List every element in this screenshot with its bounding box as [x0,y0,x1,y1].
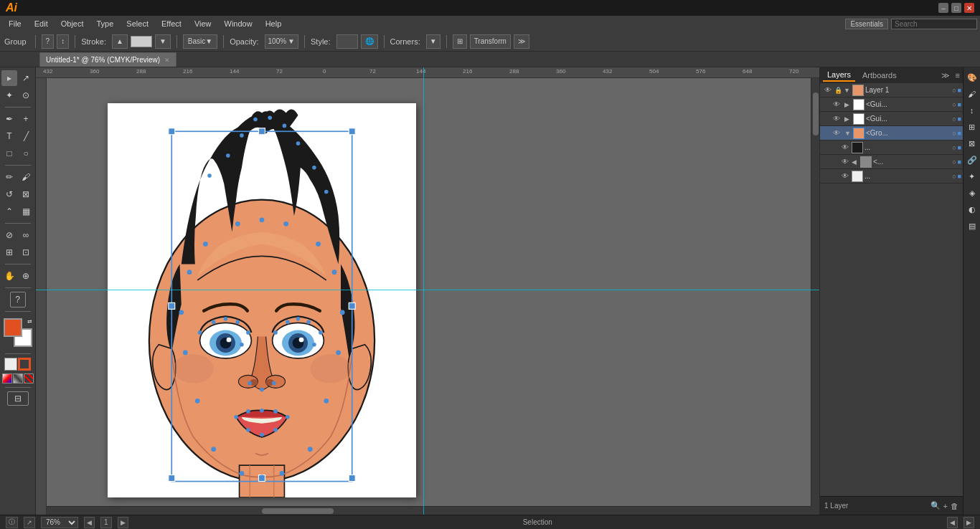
color-panel-btn[interactable]: 🎨 [965,70,979,85]
status-right-btn[interactable]: ▶ [963,517,974,528]
rect-tool-btn[interactable]: □ [1,146,17,161]
layer-row-2[interactable]: 👁 ▶ <Gui... ○ ■ [820,97,963,112]
none-fill-btn[interactable] [24,373,34,383]
layer-select-2[interactable]: ■ [958,101,961,108]
layer-target-4[interactable]: ○ [952,130,956,137]
rotate-tool-btn[interactable]: ↺ [1,186,17,202]
eyedropper-tool-btn[interactable]: ⊘ [1,227,17,243]
layer-expand-6[interactable]: ◀ [852,158,859,166]
layer-visibility-4[interactable]: 👁 [831,128,842,138]
transform-btn[interactable]: Transform [470,34,511,49]
zoom-select[interactable]: 76% 100% 50% [41,517,78,528]
artboard-tool-btn[interactable]: ⊞ [1,244,17,260]
panel-expand-icon[interactable]: ≫ [941,71,950,80]
horizontal-scrollbar[interactable] [47,506,811,515]
direct-selection-tool-btn[interactable]: ↗ [18,70,34,86]
search-input[interactable] [891,19,977,29]
delete-layer-btn[interactable]: 🗑 [951,502,958,510]
opacity-control[interactable]: 100% ▼ [265,34,298,49]
pencil-tool-btn[interactable]: ✏ [1,169,17,185]
add-anchor-btn[interactable]: + [18,111,34,127]
layer-target-7[interactable]: ○ [952,173,956,180]
menu-effect[interactable]: Effect [156,18,187,29]
tab-layers[interactable]: Layers [823,69,855,82]
menu-type[interactable]: Type [91,18,120,29]
layer-target-3[interactable]: ○ [952,115,956,123]
foreground-color-swatch[interactable] [4,318,22,337]
layer-row-4[interactable]: 👁 ▼ <Gro... ○ ■ [820,126,963,140]
layer-expand-1[interactable]: ▼ [844,87,851,94]
stroke-down-btn[interactable]: ▼ [155,34,171,49]
nav-prev-btn[interactable]: ◀ [84,517,95,528]
close-button[interactable]: ✕ [964,3,974,13]
layer-select-7[interactable]: ■ [958,173,961,180]
hand-tool-btn[interactable]: ✋ [1,268,17,284]
status-info-btn[interactable]: ⓘ [6,517,18,528]
menu-window[interactable]: Window [219,18,258,29]
warp-tool-btn[interactable]: ⌃ [1,204,17,219]
align-btn[interactable]: ⊞ [453,34,467,49]
layers-btn[interactable]: ▤ [965,219,979,233]
magic-wand-tool-btn[interactable]: ✦ [1,87,17,103]
nav-next-btn[interactable]: ▶ [118,517,128,528]
tab-artboards[interactable]: Artboards [858,70,901,81]
zoom-tool-btn[interactable]: ⊕ [18,268,34,284]
layer-row-7[interactable]: 👁 ... ○ ■ [820,169,963,184]
vertical-scrollbar[interactable] [811,78,819,506]
layer-expand-2[interactable]: ▶ [844,101,852,108]
graphic-styles-btn[interactable]: ◈ [965,186,979,200]
appearance-btn[interactable]: ◐ [965,202,979,216]
layer-visibility-6[interactable]: 👁 [840,157,850,167]
menu-edit[interactable]: Edit [29,18,54,29]
brush-dropdown[interactable]: Basic ▼ [183,34,217,49]
scroll-thumb-horizontal[interactable] [262,508,334,514]
blend-tool-btn[interactable]: ∞ [18,227,34,243]
style-globe-btn[interactable]: 🌐 [361,34,378,49]
layer-select-5[interactable]: ■ [958,144,961,151]
brush-tool-btn[interactable]: 🖌 [18,169,34,185]
status-arrow-btn[interactable]: ↗ [24,517,35,528]
slice-tool-btn[interactable]: ⊡ [18,244,34,260]
menu-select[interactable]: Select [121,18,154,29]
layer-select-4[interactable]: ■ [958,130,961,137]
search-layers-btn[interactable]: 🔍 [930,501,941,510]
status-left-btn[interactable]: ◀ [947,517,958,528]
type-tool-btn[interactable]: T [1,128,17,144]
lasso-tool-btn[interactable]: ⊙ [18,87,34,103]
layer-select-6[interactable]: ■ [958,158,961,166]
style-swatch[interactable] [336,34,358,49]
symbol-btn[interactable]: ✦ [965,169,979,184]
maximize-button[interactable]: □ [951,3,961,13]
scroll-thumb-vertical[interactable] [813,92,819,135]
tab-close-icon[interactable]: ✕ [164,57,170,64]
links-btn[interactable]: 🔗 [965,153,979,167]
layer-select-1[interactable]: ■ [958,87,961,94]
layer-row-3[interactable]: 👁 ▶ <Gui... ○ ■ [820,112,963,126]
pen-tool-btn[interactable]: ✒ [1,111,17,127]
panel-menu-icon[interactable]: ≡ [956,71,960,80]
bar-chart-btn[interactable]: ▦ [18,204,34,219]
color-fill-btn[interactable] [2,373,12,383]
layer-visibility-1[interactable]: 👁 [823,85,833,95]
menu-view[interactable]: View [189,18,217,29]
pathfinder-btn[interactable]: ⊠ [965,136,979,151]
menu-object[interactable]: Object [55,18,90,29]
menu-file[interactable]: File [3,18,27,29]
layer-row-1[interactable]: 👁 🔒 ▼ Layer 1 ○ ■ [820,83,963,97]
canvas-area[interactable]: 432 360 288 216 144 72 0 72 144 216 288 … [36,67,819,515]
stroke-mode-btn[interactable] [18,358,31,371]
layer-row-6[interactable]: 👁 ◀ <... ○ ■ [820,155,963,169]
toolbar-help-btn[interactable]: ? [42,34,55,49]
layer-target-5[interactable]: ○ [952,144,956,151]
stroke-up-btn[interactable]: ▲ [112,34,128,49]
layer-target-6[interactable]: ○ [952,158,956,166]
brush-panel-btn[interactable]: 🖌 [965,87,979,101]
layer-target-1[interactable]: ○ [952,87,956,94]
more-options-btn[interactable]: ≫ [514,34,529,49]
document-tab[interactable]: Untitled-1* @ 76% (CMYK/Preview) ✕ [39,52,176,67]
scale-tool-btn[interactable]: ⊠ [18,186,34,202]
line-tool-btn[interactable]: ╱ [18,128,34,144]
new-layer-btn[interactable]: + [943,502,948,510]
layer-visibility-7[interactable]: 👁 [840,171,850,181]
essentials-button[interactable]: Essentials [845,19,888,29]
